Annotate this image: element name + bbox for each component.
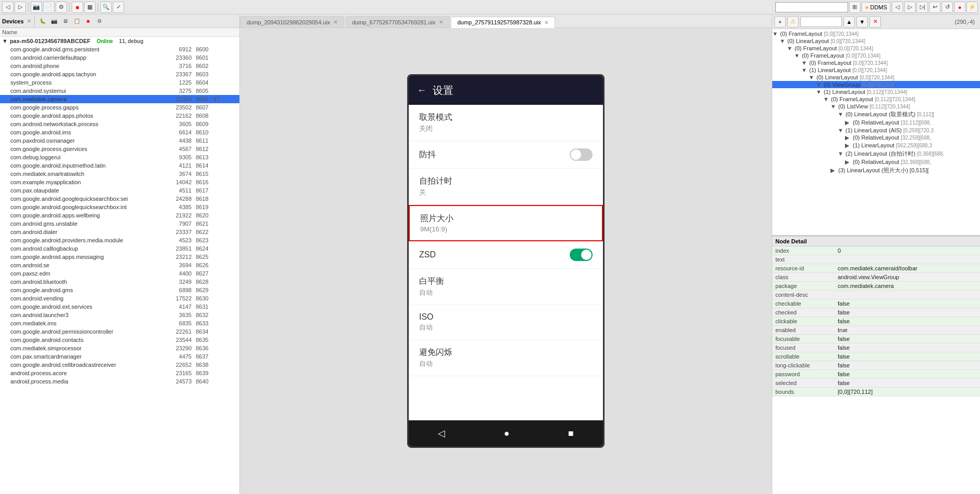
device-app-row[interactable]: com.paxsz.edm 4400 8627 [0, 269, 239, 278]
device-app-row[interactable]: com.android.se 3694 8626 [0, 261, 239, 269]
tree-node[interactable]: ▶ (0) RelativeLayout [32,259][688, [772, 134, 980, 142]
tree-node[interactable]: ▶ (1) LinearLayout [562,259][688,3 [772, 142, 980, 149]
tree-node[interactable]: ▶ (0) RelativeLayout [32,112][688, [772, 119, 980, 127]
device-app-row[interactable]: com.google.android.apps.tachyon 23367 86… [0, 70, 239, 78]
ddms-button[interactable]: ● DDMS [862, 2, 891, 12]
tree-expand-icon[interactable]: ▼ [838, 111, 844, 117]
tree-node[interactable]: ▼ (0) FrameLayout [0,0][720,1344] [772, 59, 980, 66]
settings-item[interactable]: 照片大小 9M(16:9) [409, 205, 603, 241]
toolbar-nav7[interactable]: ⚡ [966, 2, 978, 13]
tree-expand-icon[interactable]: ▼ [816, 81, 822, 88]
device-app-row[interactable]: com.google.android.apps.photos 22162 860… [0, 112, 239, 120]
device-app-row[interactable]: com.android.phone 3716 8602 [0, 62, 239, 70]
device-app-row[interactable]: com.google.android.apps.messaging 23212 … [0, 253, 239, 261]
toolbar-nav3[interactable]: ▷| [917, 2, 928, 13]
device-app-row[interactable]: com.android.launcher3 3635 8632 [0, 311, 239, 319]
tree-expand-icon[interactable]: ▼ [801, 60, 808, 66]
tab-item[interactable]: dump_209431029862029054.uix✕ [240, 16, 344, 28]
tree-expand-icon[interactable]: ▼ [780, 38, 786, 44]
tree-expand-icon[interactable]: ▼ [801, 67, 808, 73]
phone-nav-button[interactable]: ◁ [438, 428, 445, 439]
toolbar-screenshot-btn[interactable]: 📷 [31, 2, 42, 13]
device-app-row[interactable]: com.google.android.contacts 23544 8635 [0, 336, 239, 344]
tree-node[interactable]: ▼ (0) ListView [0,112][720,1344] [772, 103, 980, 110]
phone-nav-button[interactable]: ● [504, 428, 509, 439]
tree-node[interactable]: ▶ (0) RelativeLayout [32,368][688, [772, 158, 980, 166]
toolbar-more-btn[interactable]: ▦ [84, 2, 96, 13]
device-app-row[interactable]: com.pax.smartcardmanager 4475 8637 [0, 352, 239, 361]
right-search-input[interactable] [800, 17, 842, 27]
devices-settings2-btn[interactable]: ⚙ [95, 17, 104, 26]
tab-item[interactable]: dump_275791192575987328.uix✕ [451, 17, 555, 28]
tree-node[interactable]: ▼ (0) LinearLayout [0,0][720,1344] [772, 37, 980, 45]
quick-access-input[interactable]: Quick Access [775, 2, 848, 12]
device-app-row[interactable]: com.android.gms.unstable 7907 8621 [0, 219, 239, 228]
right-add-btn[interactable]: + [774, 16, 786, 28]
device-app-row[interactable]: com.google.android.apps.wellbeing 21922 … [0, 211, 239, 219]
settings-item[interactable]: 取景模式 关闭 [409, 105, 603, 141]
device-app-row[interactable]: com.android.bluetooth 3249 8628 [0, 278, 239, 286]
phone-back-button[interactable]: ← [417, 85, 426, 96]
tree-expand-icon[interactable]: ▼ [816, 89, 822, 95]
device-app-row[interactable]: com.android.systemui 3275 8605 [0, 87, 239, 95]
tree-node[interactable]: ▼ (0) LinearLayout [0,0][720,1344] [772, 74, 980, 81]
tree-expand-icon[interactable]: ▼ [838, 127, 844, 133]
tree-expand-icon[interactable]: ▶ [845, 142, 851, 149]
device-app-row[interactable]: com.google.android.ext.services 4147 863… [0, 303, 239, 311]
tree-expand-icon[interactable]: ▶ [830, 167, 837, 174]
tree-node[interactable]: ▼ (0) FrameLayout [0,0][720,1344] [772, 45, 980, 52]
settings-item[interactable]: ISO 自动 [409, 305, 603, 340]
tree-expand-icon[interactable]: ▶ [845, 134, 851, 141]
tree-node[interactable]: ▼ (0) FrameLayout [0,112][720,1344] [772, 95, 980, 103]
devices-stop-btn[interactable]: ■ [84, 17, 93, 26]
device-app-row[interactable]: com.google.process.gservices 4567 8612 [0, 145, 239, 153]
toolbar-nav6[interactable]: ● [954, 2, 965, 13]
tree-node[interactable]: ▼ (1) LinearLayout [0,112][720,1344] [772, 88, 980, 95]
device-app-row[interactable]: com.mediatek.ims 6835 8633 [0, 319, 239, 327]
device-app-row[interactable]: com.debug.loggerui 9305 8613 [0, 153, 239, 161]
toolbar-nav2[interactable]: ▷ [904, 2, 916, 13]
device-app-row[interactable]: com.google.android.googlequicksearchbox:… [0, 195, 239, 203]
device-app-row[interactable]: com.android.vending 17522 8630 [0, 294, 239, 303]
toolbar-settings-btn[interactable]: ⚙ [56, 2, 67, 13]
toolbar-inspect-btn[interactable]: 🔍 [100, 2, 112, 13]
right-up-btn[interactable]: ▲ [843, 16, 855, 28]
toolbar-nav1[interactable]: ◁ [892, 2, 903, 13]
device-app-row[interactable]: com.google.android.permissioncontroller … [0, 327, 239, 336]
settings-item[interactable]: ZSD [409, 241, 603, 269]
tree-node[interactable]: ▶ (3) LinearLayout (照片大小) [0,515][ [772, 166, 980, 175]
device-app-row[interactable]: com.google.android.ims 6614 8610 [0, 128, 239, 136]
device-app-row[interactable]: com.google.process.gapps 23502 8607 [0, 103, 239, 112]
tree-node[interactable]: ▼ (1) LinearLayout [0,0][720,1344] [772, 66, 980, 74]
toggle-off[interactable] [570, 148, 593, 161]
tree-node[interactable]: ▼ (0) ViewGroup [0,0][720,112] [772, 81, 980, 88]
tree-expand-icon[interactable]: ▼ [823, 96, 829, 102]
tree-expand-icon[interactable]: ▼ [787, 45, 793, 51]
device-app-row[interactable]: com.pax.otaupdate 4511 8617 [0, 186, 239, 195]
tab-close-icon[interactable]: ✕ [544, 20, 548, 25]
toolbar-stop-btn[interactable]: ■ [72, 2, 83, 13]
device-app-row[interactable]: com.android.dialer 23337 8622 [0, 228, 239, 236]
toolbar-toggle-btn[interactable]: ✓ [113, 2, 124, 13]
devices-camera-btn[interactable]: 📷 [49, 17, 59, 26]
device-app-row[interactable]: com.google.android.googlequicksearchbox:… [0, 203, 239, 211]
tree-expand-icon[interactable]: ▼ [830, 103, 837, 109]
device-app-row[interactable]: com.google.android.inputmethod.latin 412… [0, 161, 239, 170]
devices-screen-btn[interactable]: 🖥 [61, 17, 70, 26]
toolbar-nav5[interactable]: ↺ [942, 2, 953, 13]
settings-item[interactable]: 防抖 [409, 141, 603, 169]
device-app-row[interactable]: android.process.acore 23165 8639 [0, 369, 239, 377]
device-app-row[interactable]: com.paxdroid.osmanager 4438 8611 [0, 136, 239, 145]
device-app-row[interactable]: com.google.android.providers.media.modul… [0, 236, 239, 244]
device-app-row[interactable]: com.android.calllogbackup 23851 8624 [0, 244, 239, 253]
device-app-row[interactable]: com.google.android.cellbroadcastreceiver… [0, 361, 239, 369]
tree-expand-icon[interactable]: ▼ [794, 52, 800, 59]
device-app-row[interactable]: system_process 1225 8604 [0, 78, 239, 87]
settings-item[interactable]: 自拍计时 关 [409, 169, 603, 205]
tree-node[interactable]: ▼ (0) LinearLayout (取景模式) [0,112][ [772, 110, 980, 119]
toolbar-dump-btn[interactable]: 📄 [43, 2, 55, 13]
toolbar-maximize-btn[interactable]: ⊞ [849, 2, 861, 13]
toolbar-forward-btn[interactable]: ▷ [15, 2, 26, 13]
tree-node[interactable]: ▼ (1) LinearLayout (AIS) [0,259][720,3 [772, 127, 980, 134]
tree-expand-icon[interactable]: ▶ [845, 159, 851, 166]
